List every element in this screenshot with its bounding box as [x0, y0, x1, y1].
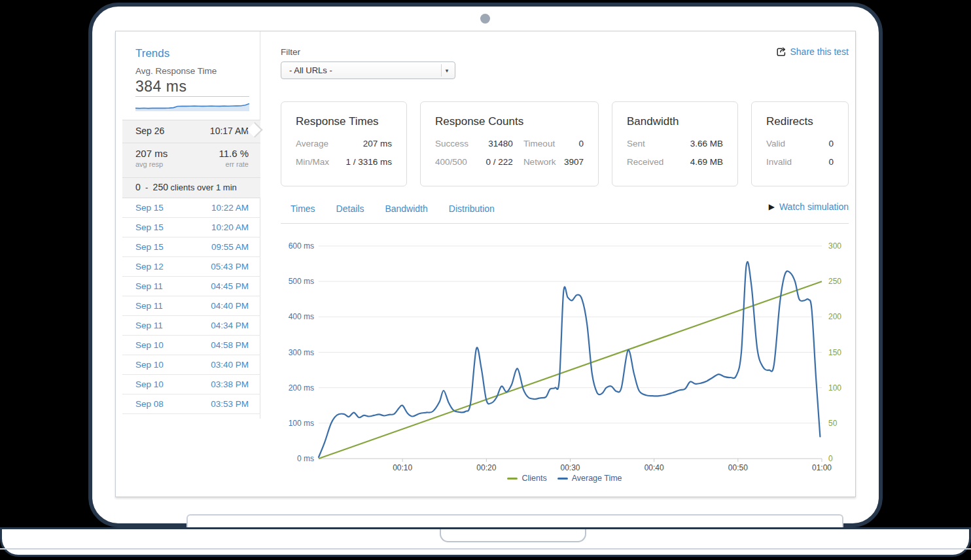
test-run-history-list: Sep 15 10:22 AM Sep 15 10:20 AM Sep 15 0…	[122, 198, 260, 414]
legend-item-clients[interactable]: Clients	[507, 474, 546, 483]
stat-label: Invalid	[766, 157, 792, 167]
tab-bandwidth[interactable]: Bandwidth	[385, 203, 427, 214]
trend-sparkline	[135, 99, 249, 112]
selected-test-run[interactable]: Sep 26 10:17 AM 207 ms 11.6 % avg resp e…	[122, 120, 260, 198]
svg-text:00:20: 00:20	[476, 463, 496, 472]
svg-text:00:40: 00:40	[644, 463, 664, 472]
run-time: 09:55 AM	[211, 242, 249, 252]
err-rate-label: err rate	[226, 160, 249, 168]
svg-text:00:10: 00:10	[393, 463, 412, 472]
avg-response-time-value: 384 ms	[135, 78, 186, 96]
stat-value: 3.66 MB	[690, 139, 723, 149]
test-run-item[interactable]: Sep 11 04:34 PM	[122, 316, 260, 336]
svg-text:300 ms: 300 ms	[289, 348, 314, 357]
run-time: 10:20 AM	[211, 222, 249, 232]
svg-text:200: 200	[828, 312, 841, 321]
stat-value: 0	[578, 139, 584, 149]
url-filter-select[interactable]: - All URLs - ▾	[281, 61, 455, 79]
run-date: Sep 11	[135, 321, 163, 330]
stat-value: 0	[828, 139, 834, 149]
selected-run-time: 10:17 AM	[210, 126, 249, 136]
svg-text:100: 100	[828, 383, 841, 393]
svg-text:200 ms: 200 ms	[289, 383, 314, 393]
selected-run-date: Sep 26	[135, 126, 164, 136]
run-time: 03:38 PM	[211, 379, 249, 389]
run-date: Sep 11	[135, 281, 163, 291]
card-title: Bandwidth	[627, 115, 723, 128]
webcam-dot	[480, 14, 490, 24]
chevron-down-icon: ▾	[441, 64, 452, 77]
run-date: Sep 10	[135, 340, 164, 350]
response-times-card: Response Times Average207 ms Min/Max1 / …	[281, 101, 407, 186]
stat-label: Timeout	[523, 139, 555, 149]
card-title: Response Times	[296, 115, 392, 128]
clients-from: 0	[135, 182, 141, 192]
laptop-base-notch	[440, 529, 586, 542]
run-date: Sep 10	[135, 360, 164, 370]
trends-sidebar: Trends Avg. Response Time 384 ms Sep 26 …	[116, 31, 260, 419]
selected-run-divider2	[122, 177, 260, 178]
times-chart: 0 ms100 ms200 ms300 ms400 ms500 ms600 ms…	[281, 230, 849, 472]
card-title: Redirects	[766, 115, 834, 128]
trends-title: Trends	[135, 47, 169, 60]
stat-label: Network	[523, 157, 556, 167]
stat-value: 31480	[488, 139, 513, 149]
run-date: Sep 15	[135, 222, 164, 232]
play-icon: ▶	[769, 202, 775, 211]
legend-clients-label: Clients	[521, 474, 546, 483]
tabs-divider	[281, 223, 849, 224]
run-time: 04:58 PM	[211, 340, 249, 350]
stat-value: 0 / 222	[486, 157, 513, 167]
stat-value: 3907	[564, 157, 584, 167]
test-run-item[interactable]: Sep 11 04:40 PM	[122, 296, 260, 316]
stat-value: 4.69 MB	[690, 157, 723, 167]
test-run-item[interactable]: Sep 10 03:38 PM	[122, 375, 260, 394]
svg-text:300: 300	[828, 241, 841, 251]
bandwidth-card: Bandwidth Sent3.66 MB Received4.69 MB	[612, 101, 738, 186]
stat-label: Success	[435, 139, 468, 149]
test-run-item[interactable]: Sep 10 03:40 PM	[122, 355, 260, 375]
test-run-item[interactable]: Sep 15 10:20 AM	[122, 218, 260, 237]
filter-label: Filter	[281, 47, 300, 57]
chart-tabs: Times Details Bandwidth Distribution	[291, 203, 495, 214]
sparkline-divider	[135, 96, 249, 97]
clients-dash: -	[145, 183, 148, 192]
watch-simulation-label: Watch simulation	[779, 201, 849, 212]
svg-text:00:30: 00:30	[560, 463, 580, 472]
share-icon	[776, 46, 786, 57]
run-time: 10:22 AM	[211, 203, 249, 213]
test-run-item[interactable]: Sep 08 03:53 PM	[122, 394, 260, 414]
svg-text:0 ms: 0 ms	[297, 454, 314, 463]
share-test-link[interactable]: Share this test	[776, 46, 849, 57]
redirects-card: Redirects Valid0 Invalid0	[751, 101, 849, 186]
test-run-item[interactable]: Sep 10 04:58 PM	[122, 336, 260, 355]
watch-simulation-link[interactable]: ▶ Watch simulation	[769, 201, 849, 212]
app-window: Trends Avg. Response Time 384 ms Sep 26 …	[115, 31, 856, 497]
avg-response-time-label: Avg. Response Time	[135, 66, 217, 76]
test-run-item[interactable]: Sep 15 10:22 AM	[122, 198, 260, 218]
run-date: Sep 10	[135, 379, 164, 389]
tab-distribution[interactable]: Distribution	[449, 203, 495, 214]
stat-value: 0	[828, 157, 834, 167]
test-run-item[interactable]: Sep 15 09:55 AM	[122, 237, 260, 257]
run-time: 03:53 PM	[211, 399, 249, 409]
run-date: Sep 11	[135, 301, 163, 311]
svg-text:400 ms: 400 ms	[289, 312, 314, 321]
run-date: Sep 12	[135, 262, 164, 271]
stat-label: Valid	[766, 139, 785, 149]
selected-run-divider	[122, 143, 260, 143]
svg-text:500 ms: 500 ms	[289, 277, 314, 286]
stat-label: Received	[627, 157, 663, 167]
laptop-hinge	[186, 514, 843, 529]
legend-item-average-time[interactable]: Average Time	[557, 474, 622, 483]
stat-label: Min/Max	[296, 157, 329, 167]
stat-value: 207 ms	[363, 139, 392, 149]
test-run-item[interactable]: Sep 11 04:45 PM	[122, 277, 260, 296]
test-run-item[interactable]: Sep 12 05:43 PM	[122, 257, 260, 277]
run-time: 04:45 PM	[211, 281, 249, 291]
tab-times[interactable]: Times	[291, 203, 315, 214]
svg-text:50: 50	[828, 419, 838, 428]
run-time: 03:40 PM	[211, 360, 249, 370]
chart-legend: Clients Average Time	[281, 474, 849, 483]
tab-details[interactable]: Details	[336, 203, 364, 214]
